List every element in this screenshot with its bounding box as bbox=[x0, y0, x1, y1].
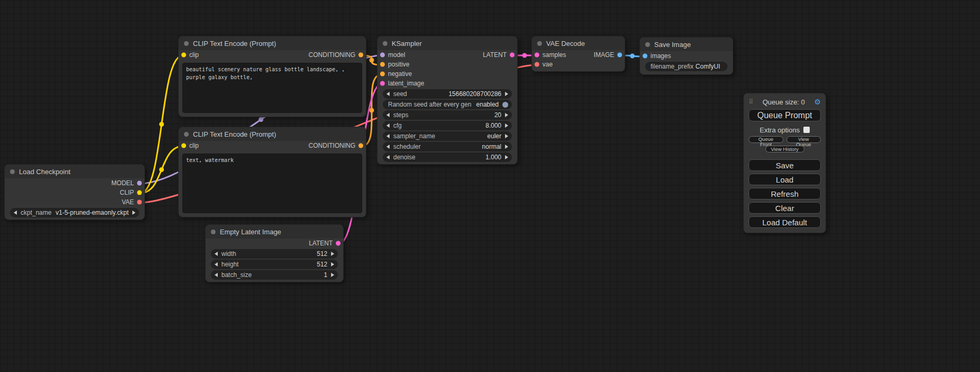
view-queue-button[interactable]: View Queue bbox=[787, 136, 821, 143]
widget-sampler-name[interactable]: sampler_name euler bbox=[383, 131, 512, 141]
clip-input-port[interactable] bbox=[181, 53, 186, 58]
widget-ckpt-name[interactable]: ckpt_name v1-5-pruned-emaonly.ckpt bbox=[10, 208, 139, 217]
drag-handle-icon[interactable]: ⠿ bbox=[749, 99, 753, 105]
model-input-port[interactable] bbox=[380, 53, 385, 58]
collapse-dot[interactable] bbox=[184, 41, 189, 46]
positive-prompt-textarea[interactable]: beautiful scenery nature glass bottle la… bbox=[182, 63, 362, 113]
widget-label: height bbox=[221, 261, 239, 268]
increment-arrow-icon[interactable] bbox=[505, 145, 508, 149]
decrement-arrow-icon[interactable] bbox=[386, 145, 390, 149]
increment-arrow-icon[interactable] bbox=[505, 123, 508, 128]
save-button[interactable]: Save bbox=[749, 159, 821, 171]
decrement-arrow-icon[interactable] bbox=[386, 92, 390, 96]
refresh-button[interactable]: Refresh bbox=[749, 188, 821, 199]
increment-arrow-icon[interactable] bbox=[331, 262, 334, 266]
node-title: KSampler bbox=[392, 40, 422, 47]
clip-output-label: CLIP bbox=[120, 189, 134, 196]
extra-options-checkbox[interactable] bbox=[803, 127, 810, 133]
decrement-arrow-icon[interactable] bbox=[386, 123, 390, 128]
model-output-port[interactable] bbox=[137, 181, 142, 186]
clip-input-port[interactable] bbox=[181, 144, 186, 148]
port-row: MODEL bbox=[5, 178, 144, 188]
negative-input-port[interactable] bbox=[380, 72, 385, 77]
node-clip-text-encode-negative[interactable]: CLIP Text Encode (Prompt) clip CONDITION… bbox=[178, 127, 366, 217]
toggle-dot[interactable] bbox=[502, 102, 508, 108]
wire-dot bbox=[630, 54, 635, 59]
conditioning-output-label: CONDITIONING bbox=[308, 142, 355, 149]
latent-output-port[interactable] bbox=[510, 53, 515, 58]
queue-prompt-button[interactable]: Queue Prompt bbox=[749, 109, 821, 121]
widget-width[interactable]: width 512 bbox=[211, 249, 338, 259]
collapse-dot[interactable] bbox=[537, 41, 542, 46]
node-canvas[interactable]: Load Checkpoint MODEL CLIP VAE ckpt_name… bbox=[0, 0, 980, 372]
images-input-label: images bbox=[651, 52, 671, 60]
latent-image-input-port[interactable] bbox=[380, 81, 385, 86]
positive-input-port[interactable] bbox=[380, 62, 385, 67]
queue-front-button[interactable]: Queue Front bbox=[749, 136, 783, 143]
node-vae-decode[interactable]: VAE Decode samples IMAGE vae bbox=[531, 36, 625, 72]
widget-scheduler[interactable]: scheduler normal bbox=[383, 142, 512, 151]
widget-denoise[interactable]: denoise 1.000 bbox=[383, 152, 512, 162]
increment-arrow-icon[interactable] bbox=[505, 113, 508, 117]
load-button[interactable]: Load bbox=[749, 174, 821, 185]
samples-input-port[interactable] bbox=[535, 53, 539, 58]
node-title-bar[interactable]: CLIP Text Encode (Prompt) bbox=[179, 127, 366, 141]
node-title-bar[interactable]: Save Image bbox=[640, 37, 733, 51]
increment-arrow-icon[interactable] bbox=[331, 252, 334, 256]
widget-height[interactable]: height 512 bbox=[211, 260, 338, 269]
negative-input-label: negative bbox=[388, 70, 412, 78]
increment-arrow-icon[interactable] bbox=[331, 273, 334, 277]
node-title: Save Image bbox=[654, 41, 691, 49]
latent-output-port[interactable] bbox=[336, 241, 341, 246]
collapse-dot[interactable] bbox=[211, 230, 216, 234]
collapse-dot[interactable] bbox=[645, 42, 650, 47]
increment-arrow-icon[interactable] bbox=[132, 211, 135, 215]
node-title-bar[interactable]: VAE Decode bbox=[532, 36, 625, 50]
negative-prompt-textarea[interactable]: text, watermark bbox=[182, 154, 362, 213]
view-history-button[interactable]: View History bbox=[765, 146, 804, 152]
load-default-button[interactable]: Load Default bbox=[749, 216, 821, 228]
increment-arrow-icon[interactable] bbox=[505, 134, 508, 138]
vae-input-port[interactable] bbox=[535, 62, 539, 67]
decrement-arrow-icon[interactable] bbox=[386, 155, 390, 159]
port-row: clip CONDITIONING bbox=[179, 50, 366, 60]
vae-output-port[interactable] bbox=[137, 200, 142, 205]
node-title-bar[interactable]: CLIP Text Encode (Prompt) bbox=[179, 36, 366, 50]
node-clip-text-encode-positive[interactable]: CLIP Text Encode (Prompt) clip CONDITION… bbox=[178, 36, 366, 117]
decrement-arrow-icon[interactable] bbox=[14, 211, 17, 215]
conditioning-output-port[interactable] bbox=[358, 53, 363, 58]
clear-button[interactable]: Clear bbox=[749, 202, 821, 214]
widget-filename-prefix[interactable]: filename_prefix ComfyUI bbox=[645, 62, 727, 71]
widget-label: cfg bbox=[393, 122, 402, 129]
settings-gear-icon[interactable]: ⚙ bbox=[814, 98, 821, 106]
widget-seed[interactable]: seed 156680208700286 bbox=[383, 89, 512, 99]
widget-batch-size[interactable]: batch_size 1 bbox=[211, 270, 338, 280]
decrement-arrow-icon[interactable] bbox=[386, 134, 390, 138]
collapse-dot[interactable] bbox=[184, 132, 189, 137]
node-title-bar[interactable]: KSampler bbox=[377, 36, 517, 50]
decrement-arrow-icon[interactable] bbox=[215, 273, 218, 277]
node-empty-latent-image[interactable]: Empty Latent Image LATENT width 512 heig… bbox=[205, 224, 344, 282]
collapse-dot[interactable] bbox=[383, 41, 387, 46]
decrement-arrow-icon[interactable] bbox=[215, 262, 218, 266]
node-title-bar[interactable]: Load Checkpoint bbox=[5, 165, 144, 178]
node-ksampler[interactable]: KSampler model LATENT positive negative … bbox=[377, 36, 518, 165]
conditioning-output-port[interactable] bbox=[358, 144, 363, 148]
widget-label: seed bbox=[393, 90, 407, 98]
decrement-arrow-icon[interactable] bbox=[215, 252, 218, 256]
widget-steps[interactable]: steps 20 bbox=[383, 110, 512, 120]
node-title-bar[interactable]: Empty Latent Image bbox=[206, 225, 343, 239]
decrement-arrow-icon[interactable] bbox=[386, 113, 390, 117]
latent-output-label: LATENT bbox=[483, 51, 507, 59]
collapse-dot[interactable] bbox=[10, 169, 15, 174]
increment-arrow-icon[interactable] bbox=[505, 155, 508, 159]
clip-output-port[interactable] bbox=[137, 190, 142, 195]
queue-size-label: Queue size: 0 bbox=[753, 98, 814, 106]
widget-cfg[interactable]: cfg 8.000 bbox=[383, 121, 512, 130]
node-save-image[interactable]: Save Image images filename_prefix ComfyU… bbox=[639, 37, 733, 75]
node-load-checkpoint[interactable]: Load Checkpoint MODEL CLIP VAE ckpt_name… bbox=[4, 164, 145, 220]
widget-random-seed-toggle[interactable]: Random seed after every gen enabled bbox=[383, 100, 512, 109]
images-input-port[interactable] bbox=[643, 54, 647, 59]
increment-arrow-icon[interactable] bbox=[505, 92, 508, 96]
image-output-port[interactable] bbox=[617, 53, 622, 58]
